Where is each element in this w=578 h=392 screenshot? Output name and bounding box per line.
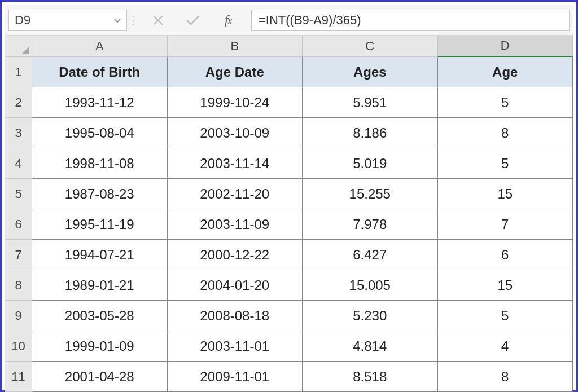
table-row: 10 1999-01-09 2003-11-01 4.814 4	[5, 331, 573, 362]
cancel-icon[interactable]	[148, 11, 168, 30]
separator-icon: ⋮	[130, 5, 136, 35]
cell[interactable]: 7	[438, 209, 573, 240]
cell[interactable]: 1995-08-04	[32, 118, 168, 148]
row-header[interactable]: 9	[5, 301, 32, 331]
formula-input[interactable]: =INT((B9-A9)/365)	[251, 10, 570, 31]
fx-icon: fx	[225, 12, 232, 28]
cell[interactable]: 15.005	[303, 270, 438, 301]
select-all-corner[interactable]	[5, 36, 32, 57]
cell[interactable]: 2003-11-01	[168, 331, 303, 362]
cell[interactable]: 1989-01-21	[32, 270, 168, 301]
row-header[interactable]: 7	[5, 240, 32, 270]
row-header[interactable]: 6	[5, 209, 32, 240]
cell[interactable]: 6.427	[303, 240, 438, 270]
cell[interactable]: 1998-11-08	[32, 148, 168, 179]
cell[interactable]: 2001-04-28	[32, 362, 168, 392]
cell[interactable]: 8	[438, 118, 573, 148]
name-box[interactable]: D9	[8, 10, 127, 31]
cell[interactable]: 2003-05-28	[32, 301, 168, 331]
row-header[interactable]: 8	[5, 270, 32, 301]
cell[interactable]: 4.814	[303, 331, 438, 362]
cell[interactable]: 15.255	[303, 179, 438, 209]
column-header[interactable]: A	[32, 36, 168, 57]
cell[interactable]: 2008-08-18	[168, 301, 303, 331]
table-row: 2 1993-11-12 1999-10-24 5.951 5	[5, 87, 573, 118]
cell[interactable]: Age	[438, 57, 573, 87]
row-header[interactable]: 2	[5, 87, 32, 118]
cell[interactable]: 5	[438, 87, 573, 118]
row-header[interactable]: 3	[5, 118, 32, 148]
spreadsheet-grid: A B C D 1 Date of Birth Age Date Ages Ag…	[5, 36, 573, 392]
cell[interactable]: 2004-01-20	[168, 270, 303, 301]
name-box-value: D9	[15, 13, 30, 28]
cell[interactable]: 6	[438, 240, 573, 270]
cell[interactable]: 1999-01-09	[32, 331, 168, 362]
cell[interactable]: 1987-08-23	[32, 179, 168, 209]
cell[interactable]: 1999-10-24	[168, 87, 303, 118]
app-inner: D9 ⋮ fx =INT((B9-A9)/365)	[5, 5, 573, 387]
cell[interactable]: Age Date	[168, 57, 303, 87]
grid-rows: 1 Date of Birth Age Date Ages Age 2 1993…	[5, 57, 573, 392]
row-header[interactable]: 4	[5, 148, 32, 179]
cell[interactable]: 15	[438, 179, 573, 209]
table-row: 4 1998-11-08 2003-11-14 5.019 5	[5, 148, 573, 179]
cell[interactable]: 8.518	[303, 362, 438, 392]
cell[interactable]: 2003-11-09	[168, 209, 303, 240]
cell[interactable]: Date of Birth	[32, 57, 168, 87]
row-header[interactable]: 1	[5, 57, 32, 87]
table-row: 9 2003-05-28 2008-08-18 5.230 5	[5, 301, 573, 331]
cell[interactable]: 2000-12-22	[168, 240, 303, 270]
table-row: 11 2001-04-28 2009-11-01 8.518 8	[5, 362, 573, 392]
cell[interactable]: 2002-11-20	[168, 179, 303, 209]
cell[interactable]: 2003-11-14	[168, 148, 303, 179]
column-header[interactable]: B	[168, 36, 303, 57]
formula-bar: D9 ⋮ fx =INT((B9-A9)/365)	[5, 5, 573, 36]
cell[interactable]: 5.951	[303, 87, 438, 118]
cell[interactable]: 8	[438, 362, 573, 392]
table-row: 3 1995-08-04 2003-10-09 8.186 8	[5, 118, 573, 148]
cell[interactable]: 2003-10-09	[168, 118, 303, 148]
cell[interactable]: 4	[438, 331, 573, 362]
formula-text: =INT((B9-A9)/365)	[259, 13, 361, 28]
column-header[interactable]: D	[438, 36, 573, 57]
table-row: 5 1987-08-23 2002-11-20 15.255 15	[5, 179, 573, 209]
table-row: 8 1989-01-21 2004-01-20 15.005 15	[5, 270, 573, 301]
cell[interactable]: 2009-11-01	[168, 362, 303, 392]
cell[interactable]: 5	[438, 148, 573, 179]
chevron-down-icon[interactable]	[114, 16, 121, 25]
column-header-row: A B C D	[5, 36, 573, 57]
table-row: 6 1995-11-19 2003-11-09 7.978 7	[5, 209, 573, 240]
cell[interactable]: 5.230	[303, 301, 438, 331]
column-header[interactable]: C	[303, 36, 438, 57]
formula-bar-buttons: fx	[136, 5, 248, 35]
cell[interactable]: 5	[438, 301, 573, 331]
cell[interactable]: 1994-07-21	[32, 240, 168, 270]
cell[interactable]: 7.978	[303, 209, 438, 240]
cell[interactable]: 1995-11-19	[32, 209, 168, 240]
enter-icon[interactable]	[183, 11, 203, 30]
cell[interactable]: Ages	[303, 57, 438, 87]
table-row: 1 Date of Birth Age Date Ages Age	[5, 57, 573, 87]
cell[interactable]: 5.019	[303, 148, 438, 179]
row-header[interactable]: 11	[5, 362, 32, 392]
table-row: 7 1994-07-21 2000-12-22 6.427 6	[5, 240, 573, 270]
row-header[interactable]: 10	[5, 331, 32, 362]
cell[interactable]: 1993-11-12	[32, 87, 168, 118]
app-frame: D9 ⋮ fx =INT((B9-A9)/365)	[0, 0, 578, 392]
row-header[interactable]: 5	[5, 179, 32, 209]
cell[interactable]: 15	[438, 270, 573, 301]
insert-function-button[interactable]: fx	[218, 11, 238, 30]
cell[interactable]: 8.186	[303, 118, 438, 148]
